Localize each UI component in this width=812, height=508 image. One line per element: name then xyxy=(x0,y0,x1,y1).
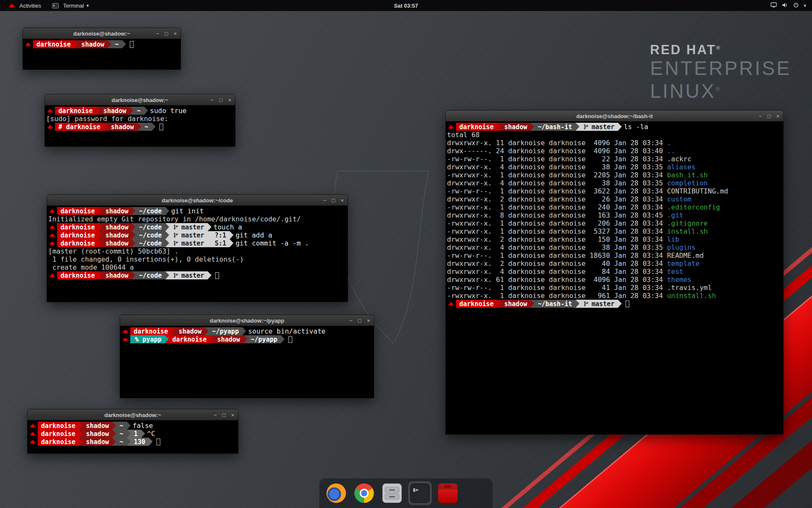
files-dock-button[interactable] xyxy=(380,481,404,505)
terminal-content[interactable]: darknoiseshadow~/pyappsource bin/activat… xyxy=(120,326,374,398)
close-button[interactable]: × xyxy=(340,198,344,203)
window-titlebar[interactable]: darknoise@shadow:~−□× xyxy=(45,94,235,105)
powerline-separator-icon xyxy=(74,40,78,48)
minimize-button[interactable]: − xyxy=(214,412,217,418)
maximize-button[interactable]: □ xyxy=(332,198,335,203)
minimize-button[interactable]: − xyxy=(759,113,762,119)
close-button[interactable]: × xyxy=(367,318,370,323)
output-text: test xyxy=(667,268,683,276)
activities-button[interactable]: Activities xyxy=(3,0,46,11)
terminal-line: -rwxrwxr-x. 1 darknoise darknoise 5327 J… xyxy=(447,227,783,235)
terminal-line: -rwxrwxr-x. 1 darknoise darknoise 206 Ja… xyxy=(447,219,783,227)
command-text: git init xyxy=(169,207,204,215)
terminal-line: -rwxrwxr-x. 1 darknoise darknoise 2205 J… xyxy=(447,171,783,179)
close-button[interactable]: × xyxy=(228,97,231,103)
terminal-line: drwxrwxr-x. 2 darknoise darknoise 40 Jan… xyxy=(447,260,783,268)
powerline-separator-icon xyxy=(79,438,82,446)
minimize-button[interactable]: − xyxy=(349,318,353,323)
minimize-button[interactable]: − xyxy=(211,97,214,103)
prompt-segment-text: darknoise xyxy=(41,438,75,446)
terminal-content[interactable]: darknoiseshadow~ xyxy=(23,39,181,69)
prompt-segment-text: shadow xyxy=(504,300,527,308)
shell-prompt: darknoiseshadow~ xyxy=(24,40,134,48)
path-segment: ~/bash-it xyxy=(534,300,575,308)
app-grid-icon xyxy=(466,483,486,503)
terminal-dock-button[interactable]: $> xyxy=(408,481,432,505)
terminal-line: drwxrwxr-x. 4 darknoise darknoise 38 Jan… xyxy=(447,179,783,187)
window-titlebar[interactable]: darknoise@shadow:~/code−□× xyxy=(47,195,348,206)
window-controls: −□× xyxy=(349,315,370,326)
terminal-window: darknoise@shadow:~−□×darknoiseshadow~sud… xyxy=(44,94,236,147)
terminal-cursor xyxy=(625,301,629,307)
user-segment: darknoise xyxy=(38,430,79,438)
toolbox-dock-button[interactable] xyxy=(436,481,460,505)
prompt-segment-text: ~/pyapp xyxy=(212,328,239,335)
redhat-logo-icon xyxy=(8,3,15,8)
terminal-content[interactable]: darknoiseshadow~/bash-itmasterls -latota… xyxy=(446,121,783,434)
venv-segment: pyapp xyxy=(130,335,165,343)
prompt-segment-text: master xyxy=(592,123,614,131)
terminal-cursor xyxy=(215,272,219,279)
chrome-dock-button[interactable] xyxy=(352,481,376,505)
minimize-button[interactable]: − xyxy=(323,198,326,203)
close-button[interactable]: × xyxy=(231,412,234,418)
powerline-separator-icon xyxy=(129,107,133,115)
close-button[interactable]: × xyxy=(173,31,177,36)
user-segment: darknoise xyxy=(57,231,98,239)
prompt-segment-text: 130 xyxy=(134,438,145,446)
maximize-button[interactable]: □ xyxy=(219,97,223,103)
close-button[interactable]: × xyxy=(776,113,779,119)
prompt-segment-text: ~/code xyxy=(139,224,162,231)
path-segment: ~ xyxy=(111,40,122,48)
terminal-content[interactable]: darknoiseshadow~sudo true[sudo] password… xyxy=(45,105,235,146)
git-branch-segment: master xyxy=(579,300,618,308)
terminal-content[interactable]: darknoiseshadow~/codegit initInitialized… xyxy=(47,206,348,302)
window-titlebar[interactable]: darknoise@shadow:~−□× xyxy=(23,28,181,39)
terminal-line: -rwxrwxr-x. 1 darknoise darknoise 961 Ja… xyxy=(447,292,783,300)
app-grid-dock-button[interactable] xyxy=(464,481,488,505)
output-text: drwxrwxr-x. 2 darknoise darknoise 26 Jan… xyxy=(447,195,667,203)
prompt-segment-text: shadow xyxy=(86,438,109,446)
powerline-separator-icon xyxy=(122,40,126,48)
system-menu[interactable]: ▾ xyxy=(765,0,812,11)
shell-prompt: # darknoiseshadow~ xyxy=(46,123,163,131)
prompt-segment-text: darknoise xyxy=(60,240,95,247)
terminal-line: darknoiseshadow~/bash-itmaster xyxy=(447,300,783,308)
powerline-separator-icon xyxy=(165,231,169,239)
maximize-button[interactable]: □ xyxy=(768,113,771,119)
app-menu-terminal[interactable]: Terminal ▾ xyxy=(46,0,94,11)
terminal-line: darknoiseshadow~ xyxy=(24,40,181,48)
window-titlebar[interactable]: darknoise@shadow:~−□× xyxy=(27,409,238,420)
terminal-line: drwxrwxr-x. 11 darknoise darknoise 4096 … xyxy=(447,139,783,147)
minimize-button[interactable]: − xyxy=(156,31,159,36)
output-text: -rw-rw-r--. 1 darknoise darknoise 18630 … xyxy=(447,251,667,260)
terminal-line: drwxrwxr-x. 4 darknoise darknoise 84 Jan… xyxy=(447,268,783,276)
firefox-dock-button[interactable] xyxy=(324,481,348,505)
maximize-button[interactable]: □ xyxy=(222,412,226,418)
powerline-separator-icon xyxy=(141,430,145,438)
window-titlebar[interactable]: darknoise@shadow:~/bash-it−□× xyxy=(446,110,783,121)
shell-prompt: darknoiseshadow~/bash-itmasterls -la xyxy=(447,123,648,131)
maximize-button[interactable]: □ xyxy=(358,318,362,323)
prompt-segment-text: shadow xyxy=(504,123,527,131)
path-segment: ~/code xyxy=(135,207,165,215)
terminal-cursor xyxy=(156,439,160,445)
terminal-window: darknoise@shadow:~−□×darknoiseshadow~ xyxy=(22,28,181,70)
terminal-content[interactable]: darknoiseshadow~falsedarknoiseshadow~1^C… xyxy=(27,420,238,453)
wallpaper-branding: RED HAT® ENTERPRISE LINUX® xyxy=(650,42,791,102)
output-text: create mode 100644 a xyxy=(48,263,134,271)
powerline-separator-icon xyxy=(79,430,82,438)
output-text: aliases xyxy=(667,163,695,171)
prompt-segment-text: ~ xyxy=(115,41,118,48)
powerline-separator-icon xyxy=(98,271,102,279)
redhat-icon xyxy=(49,209,55,213)
redhat-icon xyxy=(448,301,454,306)
maximize-button[interactable]: □ xyxy=(165,31,168,36)
prompt-segment-text: shadow xyxy=(105,207,128,215)
terminal-line: drwxrwxr-x. 2 darknoise darknoise 150 Ja… xyxy=(447,235,783,243)
prompt-segment-text: darknoise xyxy=(459,300,494,308)
window-controls: −□× xyxy=(759,111,779,121)
shell-prompt: darknoiseshadow~/codemaster xyxy=(48,271,219,279)
window-titlebar[interactable]: darknoise@shadow:~/pyapp−□× xyxy=(120,315,374,326)
clock[interactable]: Sat 03:57 xyxy=(394,3,418,9)
